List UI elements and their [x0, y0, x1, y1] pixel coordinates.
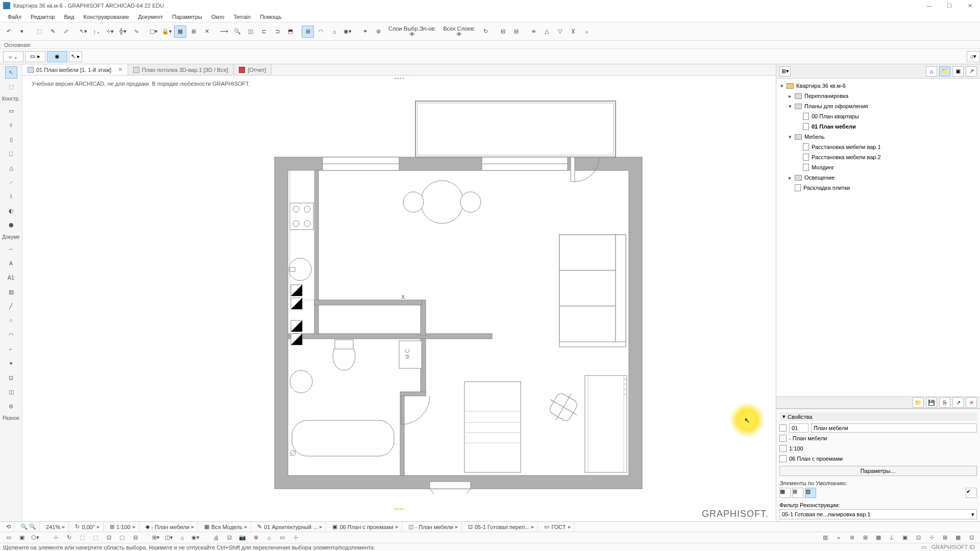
- bt-19[interactable]: ⌂: [263, 533, 275, 542]
- suspend-groups[interactable]: ▦: [174, 26, 186, 38]
- redo-button[interactable]: ▾: [16, 26, 28, 38]
- eyedropper-button[interactable]: ✎: [46, 26, 59, 38]
- angle-value[interactable]: ↻ 0,00°▸: [72, 522, 104, 532]
- text-tool[interactable]: A: [5, 257, 17, 269]
- section-tool[interactable]: ◫: [5, 386, 17, 398]
- bt-12[interactable]: ◫▾: [163, 533, 175, 542]
- align-tool2[interactable]: ⊟: [510, 26, 522, 38]
- tree-item-selected[interactable]: 01 План мебели: [776, 121, 980, 132]
- tree-root[interactable]: ▾Квартира 36 кв.м-6: [776, 81, 980, 91]
- dist-tool4[interactable]: ⊻: [567, 26, 579, 38]
- tab-report[interactable]: [Отчет]: [234, 64, 272, 75]
- nav-publisher[interactable]: ↗: [966, 66, 977, 77]
- toggle2[interactable]: ⊐: [271, 26, 283, 38]
- show-layers[interactable]: ⊞: [302, 26, 314, 38]
- trace-tool[interactable]: ⊞: [187, 26, 200, 38]
- bt-3[interactable]: ⬡▾: [30, 533, 41, 542]
- rt-4[interactable]: ⊞: [860, 533, 871, 542]
- orbit-tool[interactable]: ⟲: [3, 522, 14, 532]
- rt-3[interactable]: ⊛: [846, 533, 857, 542]
- view-id-input[interactable]: [789, 423, 808, 433]
- bt-14[interactable]: ◉▾: [190, 533, 201, 542]
- wall-tool[interactable]: ▭: [5, 105, 17, 117]
- bt-1[interactable]: ▭: [3, 533, 14, 542]
- lock-tool[interactable]: 🔒▾: [161, 26, 173, 38]
- link-tool[interactable]: ⚭: [359, 26, 371, 38]
- tree-item[interactable]: Расстановка мебели вар.1: [776, 142, 980, 152]
- bt-15[interactable]: 🖨: [210, 533, 222, 542]
- menu-terrain[interactable]: Terrain: [229, 14, 256, 20]
- tree-item[interactable]: Раскладка плитки: [776, 183, 980, 193]
- rt-11[interactable]: ▦: [952, 533, 964, 542]
- refresh-tool[interactable]: ↻: [479, 26, 492, 38]
- struct-display-sb[interactable]: ▣ 06 План с проемами▸: [329, 522, 402, 532]
- clone-btn[interactable]: ⎘: [939, 397, 950, 408]
- toggle3[interactable]: ⬒: [284, 26, 297, 38]
- close-button[interactable]: ✕: [960, 0, 980, 11]
- polyline-tool[interactable]: ⌐: [5, 343, 17, 355]
- default-1[interactable]: ▦: [779, 488, 791, 498]
- tree-item[interactable]: ▾Планы для оформления: [776, 101, 980, 111]
- tree-item[interactable]: Молдинг: [776, 162, 980, 172]
- menu-design[interactable]: Конструирование: [79, 14, 133, 20]
- dist-tool5[interactable]: ⟐: [580, 26, 593, 38]
- bt-2[interactable]: ▣: [16, 533, 28, 542]
- parameters-button[interactable]: Параметры…: [779, 466, 977, 476]
- toggle1[interactable]: ⊏: [258, 26, 270, 38]
- rt-2[interactable]: ≈: [833, 533, 844, 542]
- bt-4[interactable]: ⊹: [50, 533, 61, 542]
- bt-13[interactable]: ⌂: [177, 533, 188, 542]
- menu-options[interactable]: Параметры: [167, 14, 207, 20]
- hide-tool[interactable]: ◠: [315, 26, 327, 38]
- menu-window[interactable]: Окно: [207, 14, 229, 20]
- pick-button[interactable]: ⬚: [33, 26, 45, 38]
- clear-tool[interactable]: ✕: [201, 26, 213, 38]
- align-tool1[interactable]: ⊟: [497, 26, 509, 38]
- minimize-button[interactable]: —: [919, 0, 939, 11]
- delete-btn[interactable]: ↗: [952, 397, 964, 408]
- menu-view[interactable]: Вид: [59, 14, 79, 20]
- arrow-tool[interactable]: ↖▾: [77, 26, 89, 38]
- spline-tool[interactable]: ✦: [5, 357, 17, 369]
- detail-tool[interactable]: ⊛: [372, 26, 384, 38]
- column-tool[interactable]: ▯: [5, 133, 17, 145]
- zoom-value[interactable]: 241%▸: [43, 522, 69, 532]
- graphic-override-sb[interactable]: ◫ - План мебели▸: [405, 522, 462, 532]
- drag-handle-bottom[interactable]: [391, 507, 407, 510]
- rt-10[interactable]: ⊞: [939, 533, 950, 542]
- plan-view[interactable]: Учебная версия ARCHICAD, не для продажи.…: [22, 76, 776, 522]
- renovation-filter-select[interactable]: 05-1 Готовая пе...ланировка вар.1▾: [779, 509, 977, 519]
- grid-tool[interactable]: ╬▾: [117, 26, 129, 38]
- morph-tool[interactable]: ◐: [5, 205, 17, 217]
- nav-layout-book[interactable]: ▣: [952, 66, 964, 77]
- rt-12[interactable]: ⊡: [966, 533, 977, 542]
- renovation-sb[interactable]: ⊡ 05-1 Готовая переп...▸: [465, 522, 538, 532]
- nav-mode-dropdown[interactable]: ⊞▾: [779, 66, 791, 77]
- bt-8[interactable]: ⊡: [103, 533, 114, 542]
- pen-set-sb[interactable]: ✎ 01 Архитектурный ...▸: [254, 522, 326, 532]
- mesh-tool[interactable]: ⟋: [5, 176, 17, 188]
- tab-3d-ceiling[interactable]: План потолка 3D-вар.1 [3D / Все]: [128, 64, 234, 75]
- layer-combo-sb[interactable]: ◆ - План мебели▸: [142, 522, 198, 532]
- drag-handle-top[interactable]: [391, 77, 407, 80]
- bt-20[interactable]: ▭: [277, 533, 288, 542]
- nav-project-map[interactable]: ⌂: [926, 66, 937, 77]
- bt-5[interactable]: ↻: [63, 533, 75, 542]
- ruler-tool[interactable]: ⟊▾: [90, 26, 103, 38]
- home-tool[interactable]: ⌂: [328, 26, 340, 38]
- right-nav-btn[interactable]: ⌂▾: [967, 51, 980, 62]
- line-tool[interactable]: ╱: [5, 300, 17, 312]
- circle-tool[interactable]: ○: [5, 314, 17, 327]
- rt-1[interactable]: ▥: [820, 533, 831, 542]
- rt-5[interactable]: ▦: [873, 533, 884, 542]
- label-tool[interactable]: A1: [5, 271, 17, 284]
- menu-document[interactable]: Документ: [134, 14, 168, 20]
- story-nav[interactable]: ⟐ ▸: [3, 51, 23, 62]
- arrow-tool-left[interactable]: ↖: [5, 66, 17, 79]
- arrow-btn[interactable]: ↖ ▸: [69, 51, 82, 62]
- tree-item[interactable]: Расстановка мебели вар.2: [776, 152, 980, 162]
- find-tool[interactable]: 🔍: [231, 26, 243, 38]
- fill-tool[interactable]: ▨: [5, 286, 17, 298]
- drawing-tool[interactable]: ⊡: [5, 371, 17, 384]
- new-folder-btn[interactable]: 📁: [913, 397, 924, 408]
